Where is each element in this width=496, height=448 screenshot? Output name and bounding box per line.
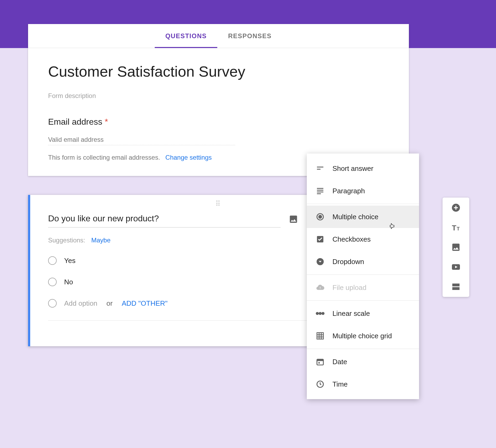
menu-label: Dropdown: [332, 258, 364, 266]
radio-icon: [315, 212, 325, 222]
svg-rect-29: [452, 287, 460, 290]
type-checkboxes[interactable]: Checkboxes: [307, 228, 419, 250]
linear-scale-icon: [315, 309, 325, 318]
form-description[interactable]: Form description: [48, 92, 389, 100]
add-video-button[interactable]: [450, 261, 462, 273]
add-image-toolbar-button[interactable]: [450, 241, 462, 253]
tab-responses[interactable]: RESPONSES: [217, 24, 282, 48]
required-asterisk: *: [105, 117, 108, 127]
svg-rect-28: [452, 284, 460, 286]
menu-label: Multiple choice: [332, 213, 378, 221]
radio-icon: [48, 256, 57, 265]
add-option-button[interactable]: Add option: [64, 299, 97, 308]
type-mc-grid[interactable]: Multiple choice grid: [307, 325, 419, 347]
email-label-text: Email address: [48, 117, 102, 127]
type-date[interactable]: Date: [307, 351, 419, 373]
svg-text:T: T: [457, 226, 460, 231]
svg-rect-22: [318, 362, 320, 363]
add-question-button[interactable]: [450, 202, 462, 214]
type-time[interactable]: Time: [307, 373, 419, 395]
form-title[interactable]: Customer Satisfaction Survey: [48, 63, 389, 80]
or-separator: or: [106, 299, 113, 308]
menu-label: Paragraph: [332, 187, 365, 195]
svg-point-13: [319, 312, 321, 315]
type-multiple-choice[interactable]: Multiple choice: [307, 206, 419, 228]
clock-icon: [315, 379, 325, 389]
menu-separator: [307, 204, 419, 204]
question-type-menu: Short answer Paragraph Multiple choice C…: [307, 154, 419, 399]
type-paragraph[interactable]: Paragraph: [307, 180, 419, 202]
dropdown-icon: [315, 257, 325, 266]
short-answer-icon: [315, 164, 325, 173]
svg-point-8: [319, 215, 322, 218]
add-image-button[interactable]: [289, 214, 299, 225]
type-dropdown[interactable]: Dropdown: [307, 250, 419, 273]
svg-rect-21: [317, 359, 323, 361]
add-title-button[interactable]: TT: [450, 222, 462, 233]
change-settings-link[interactable]: Change settings: [165, 154, 212, 161]
radio-icon: [48, 278, 57, 286]
svg-point-12: [316, 312, 318, 315]
menu-label: Date: [332, 358, 347, 366]
menu-label: Multiple choice grid: [332, 332, 392, 340]
email-input: [48, 134, 235, 145]
tabs: QUESTIONS RESPONSES: [28, 24, 409, 48]
paragraph-icon: [315, 186, 325, 196]
svg-point-14: [322, 312, 324, 315]
svg-rect-15: [317, 333, 323, 339]
menu-label: Short answer: [332, 164, 373, 173]
type-file-upload: File upload: [307, 276, 419, 299]
cloud-upload-icon: [315, 283, 325, 292]
type-linear-scale[interactable]: Linear scale: [307, 302, 419, 325]
radio-icon: [48, 299, 57, 308]
menu-separator: [307, 274, 419, 275]
menu-label: Linear scale: [332, 309, 370, 318]
suggestions-label: Suggestions:: [48, 237, 85, 244]
calendar-icon: [315, 357, 325, 367]
menu-label: Time: [332, 380, 348, 388]
menu-label: Checkboxes: [332, 235, 371, 243]
type-short-answer[interactable]: Short answer: [307, 157, 419, 180]
question-input[interactable]: [48, 212, 281, 227]
email-note-text: This form is collecting email addresses.: [48, 154, 160, 161]
option-label[interactable]: Yes: [64, 257, 75, 265]
tab-questions[interactable]: QUESTIONS: [155, 24, 218, 48]
grid-icon: [315, 331, 325, 341]
option-label[interactable]: No: [64, 278, 73, 286]
email-label: Email address *: [48, 117, 389, 127]
menu-label: File upload: [332, 284, 366, 292]
form-card: QUESTIONS RESPONSES Customer Satisfactio…: [28, 24, 409, 176]
add-section-button[interactable]: [450, 281, 462, 293]
add-other-button[interactable]: ADD "OTHER": [122, 299, 168, 308]
menu-separator: [307, 349, 419, 349]
side-toolbar: TT: [443, 198, 469, 297]
svg-text:T: T: [452, 224, 456, 232]
suggestion-maybe[interactable]: Maybe: [91, 237, 110, 244]
checkbox-icon: [315, 234, 325, 244]
menu-separator: [307, 300, 419, 301]
